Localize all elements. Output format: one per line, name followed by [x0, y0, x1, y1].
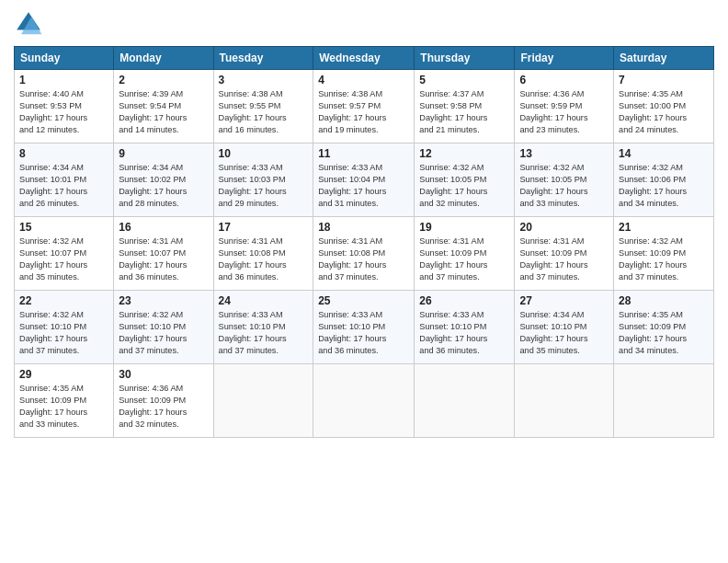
day-number: 11	[318, 147, 409, 160]
day-info: Sunrise: 4:33 AM Sunset: 10:03 PM Daylig…	[219, 162, 309, 210]
day-number: 20	[519, 221, 609, 234]
day-number: 5	[419, 74, 509, 86]
calendar-cell: 7Sunrise: 4:35 AM Sunset: 10:00 PM Dayli…	[614, 70, 714, 144]
day-info: Sunrise: 4:33 AM Sunset: 10:10 PM Daylig…	[219, 309, 309, 357]
calendar-cell: 29Sunrise: 4:35 AM Sunset: 10:09 PM Dayl…	[15, 364, 114, 438]
day-number: 15	[19, 221, 108, 234]
header-row: SundayMondayTuesdayWednesdayThursdayFrid…	[15, 47, 714, 70]
day-number: 3	[219, 74, 309, 86]
calendar-cell: 1Sunrise: 4:40 AM Sunset: 9:53 PM Daylig…	[15, 70, 114, 144]
day-info: Sunrise: 4:36 AM Sunset: 10:09 PM Daylig…	[119, 383, 208, 431]
day-number: 2	[119, 74, 208, 86]
day-number: 19	[419, 221, 509, 234]
day-info: Sunrise: 4:31 AM Sunset: 10:08 PM Daylig…	[219, 236, 309, 283]
header-thursday: Thursday	[415, 47, 515, 70]
day-info: Sunrise: 4:35 AM Sunset: 10:00 PM Daylig…	[619, 88, 709, 136]
day-info: Sunrise: 4:38 AM Sunset: 9:57 PM Dayligh…	[318, 88, 409, 136]
day-number: 26	[419, 294, 509, 307]
header-saturday: Saturday	[614, 47, 714, 70]
calendar-cell: 3Sunrise: 4:38 AM Sunset: 9:55 PM Daylig…	[213, 70, 313, 144]
calendar-cell: 26Sunrise: 4:33 AM Sunset: 10:10 PM Dayl…	[415, 291, 515, 364]
day-info: Sunrise: 4:40 AM Sunset: 9:53 PM Dayligh…	[19, 88, 108, 136]
day-number: 25	[318, 294, 409, 307]
day-info: Sunrise: 4:32 AM Sunset: 10:10 PM Daylig…	[19, 309, 108, 357]
day-number: 24	[219, 294, 309, 307]
day-number: 27	[519, 294, 609, 307]
day-number: 6	[519, 74, 609, 86]
day-info: Sunrise: 4:31 AM Sunset: 10:07 PM Daylig…	[119, 236, 208, 283]
day-info: Sunrise: 4:33 AM Sunset: 10:10 PM Daylig…	[318, 309, 409, 357]
day-info: Sunrise: 4:37 AM Sunset: 9:58 PM Dayligh…	[419, 88, 509, 136]
day-info: Sunrise: 4:34 AM Sunset: 10:01 PM Daylig…	[19, 162, 108, 210]
calendar-cell: 2Sunrise: 4:39 AM Sunset: 9:54 PM Daylig…	[114, 70, 213, 144]
day-info: Sunrise: 4:39 AM Sunset: 9:54 PM Dayligh…	[119, 88, 208, 136]
week-row-2: 15Sunrise: 4:32 AM Sunset: 10:07 PM Dayl…	[15, 217, 714, 291]
week-row-1: 8Sunrise: 4:34 AM Sunset: 10:01 PM Dayli…	[15, 144, 714, 217]
week-row-0: 1Sunrise: 4:40 AM Sunset: 9:53 PM Daylig…	[15, 70, 714, 144]
day-info: Sunrise: 4:31 AM Sunset: 10:08 PM Daylig…	[318, 236, 409, 283]
day-number: 28	[619, 294, 709, 307]
calendar-cell: 18Sunrise: 4:31 AM Sunset: 10:08 PM Dayl…	[313, 217, 415, 291]
day-info: Sunrise: 4:31 AM Sunset: 10:09 PM Daylig…	[519, 236, 609, 283]
day-info: Sunrise: 4:32 AM Sunset: 10:10 PM Daylig…	[119, 309, 208, 357]
calendar-cell	[213, 364, 313, 438]
day-number: 1	[19, 74, 108, 86]
day-info: Sunrise: 4:32 AM Sunset: 10:07 PM Daylig…	[19, 236, 108, 283]
calendar-cell	[614, 364, 714, 438]
day-info: Sunrise: 4:32 AM Sunset: 10:09 PM Daylig…	[619, 236, 709, 283]
week-row-4: 29Sunrise: 4:35 AM Sunset: 10:09 PM Dayl…	[15, 364, 714, 438]
page: SundayMondayTuesdayWednesdayThursdayFrid…	[0, 0, 728, 563]
calendar-cell	[515, 364, 614, 438]
day-info: Sunrise: 4:34 AM Sunset: 10:02 PM Daylig…	[119, 162, 208, 210]
day-info: Sunrise: 4:33 AM Sunset: 10:10 PM Daylig…	[419, 309, 509, 357]
day-number: 30	[119, 368, 208, 381]
header-monday: Monday	[114, 47, 213, 70]
calendar-cell: 21Sunrise: 4:32 AM Sunset: 10:09 PM Dayl…	[614, 217, 714, 291]
day-info: Sunrise: 4:32 AM Sunset: 10:05 PM Daylig…	[519, 162, 609, 210]
calendar-cell: 22Sunrise: 4:32 AM Sunset: 10:10 PM Dayl…	[15, 291, 114, 364]
day-number: 8	[19, 147, 108, 160]
calendar-cell: 6Sunrise: 4:36 AM Sunset: 9:59 PM Daylig…	[515, 70, 614, 144]
calendar-cell: 4Sunrise: 4:38 AM Sunset: 9:57 PM Daylig…	[313, 70, 415, 144]
header-sunday: Sunday	[15, 47, 114, 70]
calendar-cell: 11Sunrise: 4:33 AM Sunset: 10:04 PM Dayl…	[313, 144, 415, 217]
day-number: 14	[619, 147, 709, 160]
day-number: 22	[19, 294, 108, 307]
calendar-cell	[313, 364, 415, 438]
calendar-header: SundayMondayTuesdayWednesdayThursdayFrid…	[15, 47, 714, 70]
day-number: 4	[318, 74, 409, 86]
day-number: 13	[519, 147, 609, 160]
header-wednesday: Wednesday	[313, 47, 415, 70]
header-tuesday: Tuesday	[213, 47, 313, 70]
day-number: 12	[419, 147, 509, 160]
day-number: 16	[119, 221, 208, 234]
day-info: Sunrise: 4:38 AM Sunset: 9:55 PM Dayligh…	[219, 88, 309, 136]
day-number: 18	[318, 221, 409, 234]
calendar-body: 1Sunrise: 4:40 AM Sunset: 9:53 PM Daylig…	[15, 70, 714, 438]
header-friday: Friday	[515, 47, 614, 70]
day-info: Sunrise: 4:32 AM Sunset: 10:06 PM Daylig…	[619, 162, 709, 210]
calendar-cell: 30Sunrise: 4:36 AM Sunset: 10:09 PM Dayl…	[114, 364, 213, 438]
logo	[14, 9, 47, 39]
week-row-3: 22Sunrise: 4:32 AM Sunset: 10:10 PM Dayl…	[15, 291, 714, 364]
day-number: 10	[219, 147, 309, 160]
calendar-cell: 14Sunrise: 4:32 AM Sunset: 10:06 PM Dayl…	[614, 144, 714, 217]
day-number: 7	[619, 74, 709, 86]
day-number: 17	[219, 221, 309, 234]
calendar-cell: 23Sunrise: 4:32 AM Sunset: 10:10 PM Dayl…	[114, 291, 213, 364]
day-number: 23	[119, 294, 208, 307]
day-info: Sunrise: 4:36 AM Sunset: 9:59 PM Dayligh…	[519, 88, 609, 136]
calendar-cell: 16Sunrise: 4:31 AM Sunset: 10:07 PM Dayl…	[114, 217, 213, 291]
calendar-table: SundayMondayTuesdayWednesdayThursdayFrid…	[14, 46, 714, 438]
calendar-cell: 5Sunrise: 4:37 AM Sunset: 9:58 PM Daylig…	[415, 70, 515, 144]
calendar-cell: 9Sunrise: 4:34 AM Sunset: 10:02 PM Dayli…	[114, 144, 213, 217]
calendar-cell: 17Sunrise: 4:31 AM Sunset: 10:08 PM Dayl…	[213, 217, 313, 291]
calendar-cell: 20Sunrise: 4:31 AM Sunset: 10:09 PM Dayl…	[515, 217, 614, 291]
day-number: 9	[119, 147, 208, 160]
calendar-cell: 10Sunrise: 4:33 AM Sunset: 10:03 PM Dayl…	[213, 144, 313, 217]
day-info: Sunrise: 4:32 AM Sunset: 10:05 PM Daylig…	[419, 162, 509, 210]
day-info: Sunrise: 4:33 AM Sunset: 10:04 PM Daylig…	[318, 162, 409, 210]
day-number: 29	[19, 368, 108, 381]
calendar-cell	[415, 364, 515, 438]
logo-icon	[14, 9, 43, 39]
